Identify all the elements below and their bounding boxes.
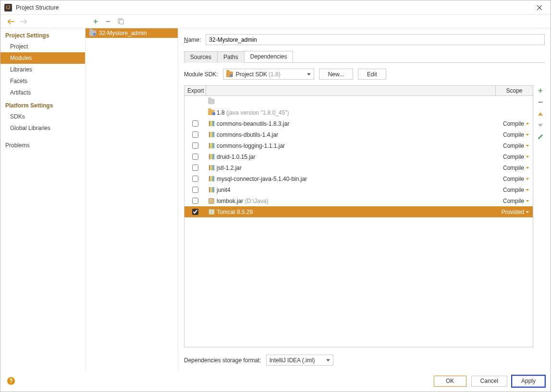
dependencies-table-header: Export Scope — [184, 86, 533, 96]
export-checkbox[interactable] — [192, 120, 198, 127]
dependency-name: Tomcat 8.5.29 — [217, 209, 495, 215]
dependency-scope[interactable]: Compile — [495, 176, 524, 182]
dependency-scope[interactable]: Compile — [495, 120, 524, 127]
cancel-button[interactable]: Cancel — [471, 376, 507, 387]
scope-dropdown-icon[interactable] — [524, 167, 531, 169]
sdk-folder-icon — [226, 71, 233, 77]
dependency-name: commons-dbutils-1.4.jar — [217, 131, 495, 138]
export-checkbox[interactable] — [192, 187, 198, 193]
nav-item-global-libraries[interactable]: Global Libraries — [0, 122, 85, 134]
library-icon — [209, 165, 214, 170]
copy-module-button[interactable] — [117, 18, 124, 25]
library-icon — [209, 154, 214, 159]
scope-dropdown-icon[interactable] — [524, 189, 531, 191]
scope-dropdown-icon[interactable] — [524, 134, 531, 136]
tab-dependencies[interactable]: Dependencies — [244, 51, 294, 62]
new-sdk-button[interactable]: New... — [319, 69, 353, 80]
dependency-name: junit4 — [217, 187, 495, 193]
window-title: Project Structure — [16, 4, 59, 11]
tab-sources[interactable]: Sources — [184, 51, 218, 63]
move-down-button[interactable] — [537, 122, 544, 129]
nav-item-libraries[interactable]: Libraries — [0, 64, 85, 75]
remove-module-button[interactable]: − — [104, 18, 112, 25]
back-button[interactable] — [7, 18, 15, 25]
export-checkbox[interactable] — [192, 209, 198, 215]
storage-format-label: Dependencies storage format: — [184, 357, 261, 364]
nav-item-artifacts[interactable]: Artifacts — [0, 87, 85, 98]
scope-column-header[interactable]: Scope — [495, 86, 533, 95]
dependency-scope[interactable]: Compile — [495, 165, 524, 171]
module-icon — [89, 30, 96, 36]
dependencies-table: Export Scope 1.8 (java version "1.8.0_45… — [184, 85, 533, 347]
dependency-scope[interactable]: Compile — [495, 187, 524, 193]
tab-paths[interactable]: Paths — [217, 51, 245, 63]
sdk-folder-icon — [208, 110, 215, 115]
dependency-row[interactable]: junit4Compile — [184, 184, 533, 195]
nav-item-modules[interactable]: Modules — [0, 52, 85, 64]
dependency-row[interactable]: mysql-connector-java-5.1.40-bin.jarCompi… — [184, 173, 533, 184]
edit-sdk-button[interactable]: Edit — [358, 69, 386, 80]
export-checkbox[interactable] — [192, 131, 198, 138]
platform-settings-heading: Platform Settings — [0, 98, 85, 111]
edit-dependency-button[interactable] — [537, 133, 544, 140]
module-sdk-select[interactable]: Project SDK (1.8) — [223, 69, 314, 80]
settings-nav: Project Settings Project Modules Librari… — [0, 28, 86, 370]
dependency-name: druid-1.0.15.jar — [217, 154, 495, 160]
nav-item-facets[interactable]: Facets — [0, 75, 85, 87]
dependency-scope[interactable]: Compile — [495, 143, 524, 149]
module-sdk-detail: (1.8) — [269, 71, 281, 78]
scope-dropdown-icon[interactable] — [524, 145, 531, 147]
add-dependency-button[interactable]: + — [537, 87, 544, 94]
library-icon — [209, 187, 214, 192]
remove-dependency-button[interactable]: − — [537, 99, 544, 106]
export-checkbox[interactable] — [192, 143, 198, 149]
export-column-header[interactable]: Export — [184, 86, 206, 95]
app-icon: IJ — [4, 4, 12, 12]
scope-dropdown-icon[interactable] — [524, 200, 531, 202]
project-settings-heading: Project Settings — [0, 28, 85, 41]
module-tree: 32-Mystore_admin — [86, 28, 178, 370]
scope-dropdown-icon[interactable] — [524, 178, 531, 180]
dependency-row[interactable] — [184, 96, 533, 107]
scope-dropdown-icon[interactable] — [524, 123, 531, 125]
dependency-row[interactable]: lombok.jar (D:\Java)Compile — [184, 195, 533, 206]
export-checkbox[interactable] — [192, 165, 198, 171]
nav-item-sdks[interactable]: SDKs — [0, 111, 85, 122]
module-name-input[interactable] — [206, 34, 545, 45]
apply-button[interactable]: Apply — [512, 376, 545, 387]
dependency-scope[interactable]: Compile — [495, 131, 524, 138]
export-checkbox[interactable] — [192, 154, 198, 160]
nav-item-project[interactable]: Project — [0, 41, 85, 52]
move-up-button[interactable] — [537, 110, 544, 117]
forward-button[interactable] — [20, 18, 27, 25]
dependency-scope[interactable]: Compile — [495, 154, 524, 160]
dependency-row[interactable]: jstl-1.2.jarCompile — [184, 162, 533, 173]
library-icon — [209, 132, 214, 137]
module-tree-item[interactable]: 32-Mystore_admin — [86, 28, 178, 38]
scope-dropdown-icon[interactable] — [524, 156, 531, 158]
nav-item-problems[interactable]: Problems — [0, 140, 85, 151]
help-icon[interactable]: ? — [7, 377, 15, 385]
dependency-row[interactable]: druid-1.0.15.jarCompile — [184, 151, 533, 162]
module-sdk-label: Module SDK: — [184, 71, 218, 78]
dependency-row[interactable]: commons-beanutils-1.8.3.jarCompile — [184, 118, 533, 129]
module-sdk-value: Project SDK — [236, 71, 267, 78]
dependency-name: lombok.jar (D:\Java) — [217, 198, 495, 204]
close-icon[interactable] — [532, 0, 547, 15]
export-checkbox[interactable] — [192, 176, 198, 182]
dependency-row[interactable]: commons-dbutils-1.4.jarCompile — [184, 129, 533, 140]
dependency-row[interactable]: 1.8 (java version "1.8.0_45") — [184, 107, 533, 118]
dependency-name: commons-beanutils-1.8.3.jar — [217, 120, 495, 127]
dependency-scope[interactable]: Provided — [495, 209, 524, 215]
dependency-row[interactable]: Tomcat 8.5.29Provided — [184, 206, 533, 217]
dependency-row[interactable]: commons-logging-1.1.1.jarCompile — [184, 140, 533, 151]
add-module-button[interactable]: + — [92, 18, 99, 25]
export-checkbox[interactable] — [192, 198, 198, 204]
library-icon — [209, 176, 214, 181]
scope-dropdown-icon[interactable] — [524, 211, 531, 213]
jar-icon — [208, 198, 214, 204]
storage-format-select[interactable]: IntelliJ IDEA (.iml) — [266, 355, 333, 366]
svg-rect-3 — [120, 20, 123, 24]
dependency-scope[interactable]: Compile — [495, 198, 524, 204]
ok-button[interactable]: OK — [434, 376, 466, 387]
